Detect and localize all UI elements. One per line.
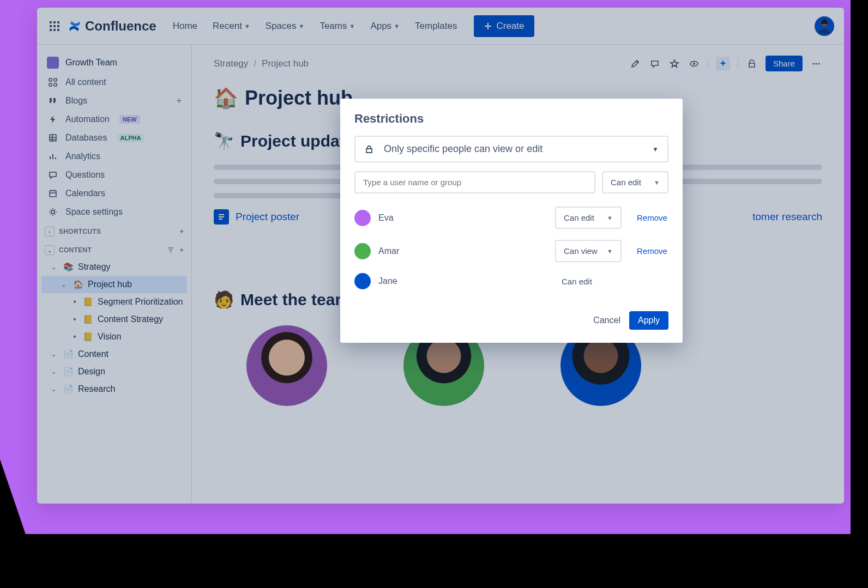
- ledger-icon: 📒: [83, 332, 93, 342]
- chevron-down-icon: ⌄: [51, 351, 59, 358]
- tree-content[interactable]: ⌄📄Content: [41, 345, 187, 363]
- link-project-poster[interactable]: Project poster: [236, 211, 299, 223]
- member-permission-static: Can edit: [555, 277, 622, 286]
- avatar-icon: [354, 210, 371, 226]
- house-icon: 🏠: [73, 280, 83, 289]
- collapse-icon[interactable]: ⌄: [45, 245, 55, 255]
- gear-icon: [47, 207, 59, 217]
- house-icon: 🏠: [214, 87, 238, 110]
- tree-content-strategy[interactable]: •📒Content Strategy: [41, 311, 187, 328]
- member-name: Eva: [378, 213, 547, 223]
- member-permission-select[interactable]: Can edit▼: [555, 207, 622, 229]
- calendar-icon: [47, 189, 59, 198]
- add-shortcut-icon[interactable]: +: [180, 228, 184, 235]
- bolt-icon: [47, 114, 59, 124]
- nav-apps[interactable]: Apps▼: [370, 21, 400, 32]
- svg-point-19: [693, 63, 695, 65]
- member-name: Jane: [378, 276, 547, 286]
- chat-icon: [47, 170, 59, 180]
- svg-point-21: [816, 63, 817, 64]
- books-icon: 📚: [63, 262, 74, 272]
- svg-point-22: [818, 63, 820, 64]
- ai-icon[interactable]: [716, 57, 730, 71]
- app-switcher-icon[interactable]: [47, 19, 62, 34]
- space-header[interactable]: Growth Team: [41, 52, 187, 73]
- svg-rect-2: [57, 21, 59, 23]
- sidebar-item-all-content[interactable]: All content: [41, 73, 187, 92]
- filter-icon[interactable]: [167, 246, 174, 254]
- svg-rect-16: [50, 191, 56, 197]
- sidebar: Growth Team All content Blogs+ Automatio…: [37, 45, 192, 504]
- tree-design[interactable]: ⌄📄Design: [41, 363, 187, 380]
- chevron-down-icon: ▼: [299, 23, 305, 29]
- user-group-input[interactable]: [354, 171, 595, 193]
- shortcuts-section: › SHORTCUTS +: [41, 221, 187, 240]
- sidebar-item-blogs[interactable]: Blogs+: [41, 92, 187, 110]
- nav-recent[interactable]: Recent▼: [213, 21, 250, 32]
- tree-project-hub[interactable]: ⌄🏠Project hub: [41, 276, 187, 293]
- page-icon: 📄: [63, 384, 74, 394]
- svg-rect-13: [49, 83, 52, 86]
- plus-icon: [484, 22, 492, 31]
- permission-select[interactable]: Can edit▼: [602, 171, 668, 193]
- edit-icon[interactable]: [629, 58, 641, 70]
- apply-button[interactable]: Apply: [629, 311, 668, 330]
- more-icon[interactable]: [810, 58, 822, 70]
- cancel-button[interactable]: Cancel: [593, 316, 620, 325]
- svg-rect-4: [53, 25, 56, 27]
- document-icon: [214, 209, 229, 225]
- sidebar-item-analytics[interactable]: Analytics: [41, 147, 187, 166]
- nav-teams[interactable]: Teams▼: [320, 21, 355, 32]
- breadcrumb-item[interactable]: Strategy: [214, 58, 248, 69]
- lock-icon[interactable]: [746, 58, 758, 70]
- confluence-logo[interactable]: Confluence: [68, 19, 156, 34]
- add-blog-icon[interactable]: +: [177, 96, 182, 106]
- add-content-icon[interactable]: +: [180, 246, 184, 254]
- svg-rect-6: [50, 29, 52, 31]
- remove-member-link[interactable]: Remove: [637, 213, 668, 222]
- sidebar-item-databases[interactable]: DatabasesALPHA: [41, 129, 187, 147]
- quote-icon: [47, 96, 59, 106]
- nav-spaces[interactable]: Spaces▼: [266, 21, 305, 32]
- svg-rect-11: [49, 78, 52, 81]
- confluence-glyph-icon: [68, 19, 82, 33]
- sidebar-item-space-settings[interactable]: Space settings: [41, 203, 187, 221]
- grid-icon: [47, 77, 59, 87]
- chevron-down-icon: ▼: [394, 23, 400, 29]
- nav-home[interactable]: Home: [173, 21, 197, 32]
- tree-strategy[interactable]: ⌄📚Strategy: [41, 258, 187, 276]
- page-icon: 📄: [63, 349, 74, 359]
- team-member-avatar[interactable]: [246, 325, 327, 406]
- sidebar-item-questions[interactable]: Questions: [41, 166, 187, 184]
- lock-icon: [364, 144, 374, 154]
- page-icon: 📄: [63, 367, 74, 377]
- alpha-badge: ALPHA: [117, 134, 144, 142]
- breadcrumb-item[interactable]: Project hub: [262, 58, 309, 69]
- tree-vision[interactable]: •📒Vision: [41, 328, 187, 345]
- member-permission-select[interactable]: Can view▼: [555, 240, 622, 262]
- watch-icon[interactable]: [688, 58, 700, 70]
- link-customer-research[interactable]: tomer research: [752, 211, 822, 223]
- app-name: Confluence: [85, 19, 156, 34]
- tree-segment-prioritization[interactable]: •📒Segment Prioritization: [41, 293, 187, 311]
- svg-rect-12: [54, 78, 57, 81]
- member-row: Eva Can edit▼ Remove: [354, 201, 668, 234]
- tree-research[interactable]: ⌄📄Research: [41, 380, 187, 398]
- expand-icon[interactable]: ›: [45, 227, 55, 237]
- ledger-icon: 📒: [83, 297, 93, 307]
- create-button[interactable]: Create: [474, 15, 534, 37]
- sidebar-item-automation[interactable]: AutomationNEW: [41, 110, 187, 129]
- restriction-mode-select[interactable]: Only specific people can view or edit ▼: [354, 136, 668, 162]
- chevron-down-icon: ▼: [607, 248, 613, 254]
- content-section: ⌄ CONTENT +: [41, 240, 187, 258]
- svg-point-20: [813, 63, 815, 64]
- star-icon[interactable]: [668, 58, 680, 70]
- sidebar-item-calendars[interactable]: Calendars: [41, 184, 187, 203]
- svg-rect-15: [50, 135, 56, 141]
- avatar-icon: [816, 17, 833, 35]
- comment-icon[interactable]: [649, 58, 661, 70]
- remove-member-link[interactable]: Remove: [637, 246, 668, 256]
- profile-avatar[interactable]: [815, 16, 834, 36]
- nav-templates[interactable]: Templates: [415, 21, 457, 32]
- share-button[interactable]: Share: [765, 56, 803, 71]
